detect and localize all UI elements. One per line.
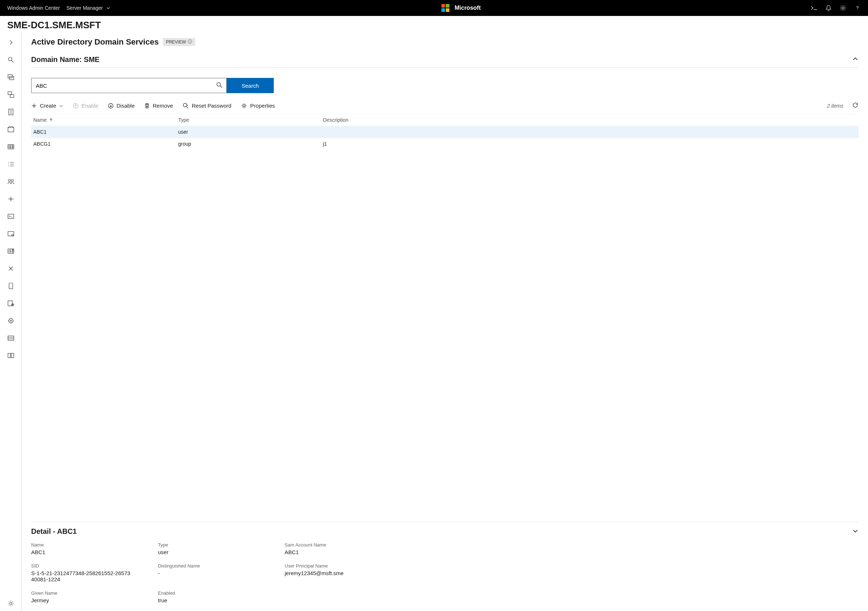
- svg-point-31: [183, 103, 187, 107]
- svg-rect-5: [8, 92, 12, 95]
- search-button[interactable]: Search: [227, 78, 274, 93]
- svg-point-2: [8, 57, 12, 61]
- info-icon: [188, 39, 192, 45]
- detail-upn: User Principal Name jeremy12345@msft.sme: [285, 563, 859, 582]
- sidebar-search[interactable]: [3, 53, 19, 67]
- context-label: Server Manager: [67, 5, 103, 11]
- svg-rect-24: [8, 353, 11, 358]
- svg-point-0: [842, 7, 844, 9]
- grid-header: Name Type Description: [31, 114, 859, 126]
- search-icon: [216, 82, 223, 90]
- preview-label: PREVIEW: [166, 39, 186, 45]
- settings-gear-icon[interactable]: [840, 5, 846, 11]
- properties-label: Properties: [250, 103, 275, 109]
- chevron-down-icon: [105, 5, 112, 11]
- svg-rect-14: [8, 232, 14, 236]
- chevron-down-icon: [59, 104, 64, 108]
- disable-button[interactable]: Disable: [108, 103, 135, 109]
- sidebar-item-3[interactable]: [3, 105, 19, 119]
- detail-pane: Detail - ABC1 Name ABC1 Type user Sam Ac…: [31, 522, 859, 603]
- svg-rect-25: [11, 353, 14, 358]
- preview-badge: PREVIEW: [163, 38, 195, 46]
- reset-password-label: Reset Password: [192, 103, 231, 109]
- svg-point-10: [8, 179, 11, 182]
- cell-name: ABC1: [33, 129, 178, 135]
- notifications-icon[interactable]: [825, 5, 832, 11]
- svg-point-12: [10, 198, 12, 200]
- server-name: SME-DC1.SME.MSFT: [0, 16, 868, 32]
- disable-label: Disable: [116, 103, 135, 109]
- svg-rect-23: [8, 336, 14, 340]
- col-type[interactable]: Type: [178, 117, 323, 123]
- domain-name-heading: Domain Name: SME: [31, 56, 99, 64]
- sidebar: [0, 32, 22, 611]
- svg-rect-6: [10, 95, 14, 98]
- product-name[interactable]: Windows Admin Center: [7, 5, 60, 11]
- expand-detail[interactable]: [852, 528, 859, 535]
- grid-row[interactable]: ABCG1 group j1: [31, 138, 859, 150]
- sidebar-item-10[interactable]: [3, 227, 19, 241]
- detail-name: Name ABC1: [31, 542, 150, 555]
- enable-label: Enable: [82, 103, 99, 109]
- detail-sid: SID S-1-5-21-2312477348-258261552-265734…: [31, 563, 150, 582]
- svg-rect-8: [8, 127, 14, 132]
- cell-name: ABCG1: [33, 141, 178, 147]
- powershell-icon[interactable]: [811, 5, 817, 11]
- cell-description: [323, 129, 856, 135]
- sidebar-item-15[interactable]: [3, 314, 19, 328]
- detail-title: Detail - ABC1: [31, 527, 77, 536]
- search-box: [31, 78, 227, 93]
- create-button[interactable]: Create: [31, 103, 64, 109]
- svg-point-21: [9, 319, 13, 323]
- main-content: Active Directory Domain Services PREVIEW…: [22, 32, 868, 611]
- brand-label: Microsoft: [454, 5, 480, 11]
- detail-type: Type user: [158, 542, 277, 555]
- sort-asc-icon: [49, 118, 53, 122]
- toolbar: Create Enable Disable Remove Reset Passw…: [31, 102, 859, 109]
- sidebar-overview[interactable]: [3, 70, 19, 84]
- sidebar-expand[interactable]: [3, 35, 19, 50]
- sidebar-item-5[interactable]: [3, 140, 19, 154]
- sidebar-item-8[interactable]: [3, 192, 19, 206]
- col-name[interactable]: Name: [33, 117, 178, 123]
- col-description[interactable]: Description: [323, 117, 856, 123]
- sidebar-item-6[interactable]: [3, 157, 19, 171]
- microsoft-logo-icon: [442, 4, 450, 12]
- create-label: Create: [40, 103, 56, 109]
- search-input[interactable]: [35, 82, 216, 89]
- sidebar-item-14[interactable]: [3, 296, 19, 311]
- detail-given: Given Name Jermey: [31, 590, 150, 603]
- sidebar-item-13[interactable]: [3, 279, 19, 293]
- sidebar-item-4[interactable]: [3, 122, 19, 137]
- svg-point-32: [243, 105, 245, 107]
- sidebar-item-16[interactable]: [3, 331, 19, 345]
- top-bar: Windows Admin Center Server Manager Micr…: [0, 0, 868, 16]
- detail-sam: Sam Account Name ABC1: [285, 542, 859, 555]
- remove-button[interactable]: Remove: [144, 103, 173, 109]
- enable-button: Enable: [73, 103, 99, 109]
- context-dropdown[interactable]: Server Manager: [67, 5, 112, 11]
- help-icon[interactable]: [854, 5, 861, 11]
- svg-rect-9: [8, 145, 14, 149]
- cell-description: j1: [323, 141, 856, 147]
- sidebar-item-2[interactable]: [3, 87, 19, 102]
- sidebar-item-17[interactable]: [3, 348, 19, 363]
- collapse-domain[interactable]: [852, 56, 859, 64]
- sidebar-item-11[interactable]: [3, 244, 19, 258]
- detail-dn: Distinguished Name -: [158, 563, 277, 582]
- svg-point-28: [217, 82, 220, 86]
- grid-row[interactable]: ABC1 user: [31, 126, 859, 138]
- sidebar-item-7[interactable]: [3, 174, 19, 189]
- svg-rect-13: [8, 214, 14, 219]
- sidebar-settings[interactable]: [3, 596, 19, 611]
- item-count: 2 items: [827, 103, 843, 109]
- svg-point-22: [10, 320, 12, 322]
- properties-button[interactable]: Properties: [241, 103, 275, 109]
- cell-type: user: [178, 129, 323, 135]
- svg-point-11: [11, 179, 13, 182]
- detail-enabled: Enabled true: [158, 590, 277, 603]
- reset-password-button[interactable]: Reset Password: [183, 103, 231, 109]
- refresh-button[interactable]: [852, 102, 859, 109]
- sidebar-item-12[interactable]: [3, 261, 19, 276]
- sidebar-item-9[interactable]: [3, 209, 19, 224]
